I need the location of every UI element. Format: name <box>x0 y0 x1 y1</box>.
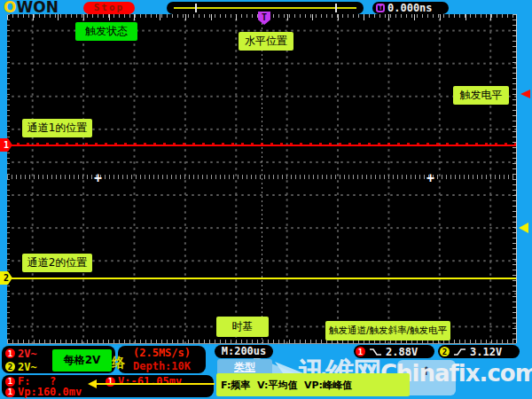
trigger-ch2-badge: 2 <box>440 347 450 356</box>
ch2-badge: 2 <box>5 362 15 372</box>
callout-volts-per-div: 每格2V <box>52 349 112 372</box>
callout-arrow-line <box>96 383 215 385</box>
graticule: + + <box>7 14 516 343</box>
center-horizontal-axis <box>7 175 516 179</box>
callout-horizontal-position: 水平位置 <box>239 32 293 51</box>
trigger-time-value: 0.000ns <box>387 3 433 14</box>
callout-trigger-settings: 触发通道/触发斜率/触发电平 <box>325 321 450 340</box>
ch2-trace <box>7 278 516 279</box>
acquisition-box: (2.5MS/s) Depth:10K <box>118 346 206 373</box>
memory-depth: Depth:10K <box>118 360 206 372</box>
trigger-ch2-level: 3.12V <box>470 346 502 358</box>
ch1-scale: 2V~ <box>18 348 37 360</box>
rising-edge-icon <box>453 348 466 356</box>
ch1-badge: 1 <box>5 348 15 358</box>
ch2-scale: 2V~ <box>18 361 37 373</box>
trigger-level-arrow-ch1 <box>520 90 530 98</box>
window-edge-marker-left: + <box>94 170 102 186</box>
measurements-row2: 1 Vp:160.0mv <box>5 387 214 397</box>
window-edge-marker-right: + <box>426 170 434 186</box>
ch1-trace <box>7 145 516 146</box>
callout-ch1-position: 通道1的位置 <box>22 119 92 137</box>
meas-freq-badge: 1 <box>5 377 15 387</box>
acquisition-status-badge: Stop <box>83 2 135 14</box>
oscilloscope-screen: OWON Stop T 0.000ns + + T 触发状态 水平位置 触发电平… <box>0 0 532 399</box>
window-left-tick <box>195 4 197 12</box>
meas-vpp-badge: 1 <box>5 387 15 397</box>
trigger-t-icon: T <box>376 4 385 12</box>
callout-ch2-position: 通道2的位置 <box>22 254 92 272</box>
meas-vpp: Vp:160.0mv <box>18 386 82 398</box>
sample-rate: (2.5MS/s) <box>118 346 206 360</box>
watermark-fragment: 络 <box>112 355 125 372</box>
main-timebase-readout: M:200us <box>215 345 273 358</box>
callout-trigger-level: 触发电平 <box>453 86 509 105</box>
trigger-level-arrow-ch2 <box>519 223 528 233</box>
callout-measure-hint: F:频率 V:平均值 VP:峰峰值 <box>216 373 410 396</box>
measurements-box: 1 F: ? 1 V:-61.05mv 1 Vp:160.0mv <box>2 375 214 397</box>
trigger-ch1-level: 2.88V <box>386 346 418 358</box>
callout-timebase: 时基 <box>216 317 269 337</box>
callout-arrow-head <box>88 379 97 388</box>
trigger-time-readout: T 0.000ns <box>372 2 449 14</box>
callout-trigger-status: 触发状态 <box>75 22 137 41</box>
meas-mean: V:-61.05mv <box>118 375 182 387</box>
window-right-tick <box>335 4 337 12</box>
memory-bar <box>174 7 356 9</box>
trigger-readout-ch2: 2 3.12V <box>438 345 520 358</box>
